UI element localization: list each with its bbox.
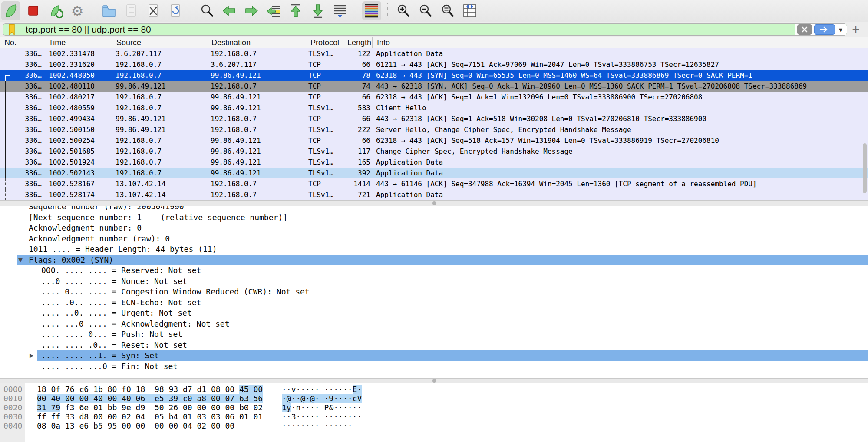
back-arrow-icon xyxy=(221,3,237,19)
detail-field-row[interactable]: Acknowledgment number: 0 xyxy=(0,223,868,234)
hex-offset: 0020 xyxy=(3,403,22,412)
pane-splitter-upper[interactable] xyxy=(0,200,868,206)
cell-time: 1002.502143 xyxy=(49,168,110,178)
zoom-reset-icon xyxy=(440,3,455,19)
cell-source: 192.168.0.7 xyxy=(116,135,205,146)
restart-capture-button[interactable] xyxy=(46,1,65,20)
detail-field-row[interactable]: .... .0.. .... = ECN-Echo: Not set xyxy=(0,297,868,308)
detail-field-row[interactable]: [Next sequence number: 1 (relative seque… xyxy=(0,212,868,223)
clear-filter-button[interactable] xyxy=(797,24,812,35)
go-to-first-button[interactable] xyxy=(286,1,305,20)
find-packet-button[interactable] xyxy=(198,1,217,20)
packet-row[interactable]: 336…1002.49943499.86.49.121192.168.0.7TC… xyxy=(0,113,868,124)
hex-dump-row[interactable]: 001000 40 00 00 40 00 40 06 e5 39 c0 a8 … xyxy=(0,394,868,403)
reload-file-button[interactable] xyxy=(166,1,185,20)
hex-dump-row[interactable]: 004008 0a 13 e6 b5 95 00 00 00 00 04 02 … xyxy=(0,421,868,430)
detail-field-text: .... .... .0.. = Reset: Not set xyxy=(41,340,187,351)
packet-row[interactable]: 336…1002.501924192.168.0.799.86.49.121TL… xyxy=(0,157,868,168)
go-forward-button[interactable] xyxy=(242,1,261,20)
cell-no: 336… xyxy=(0,178,42,189)
packet-row[interactable]: 336…1002.52817413.107.42.14192.168.0.7TL… xyxy=(0,189,868,200)
go-to-packet-button[interactable] xyxy=(264,1,283,20)
triangle-down-icon[interactable]: ▼ xyxy=(18,255,23,266)
display-filter-input[interactable]: tcp.port == 80 || udp.port == 80 xyxy=(20,24,795,35)
hex-dump-row[interactable]: 0030ff ff 33 d8 00 00 02 04 05 b4 01 03 … xyxy=(0,412,868,421)
cell-source: 192.168.0.7 xyxy=(116,102,205,113)
splitter-handle-icon xyxy=(432,201,436,205)
detail-field-text: ...0 .... .... = Nonce: Not set xyxy=(41,276,187,287)
cell-destination: 99.86.49.121 xyxy=(211,157,304,168)
detail-field-row[interactable]: .... 0... .... = Congestion Window Reduc… xyxy=(0,287,868,297)
detail-field-row[interactable]: ▶.... .... ..1. = Syn: Set xyxy=(0,350,868,361)
close-file-button[interactable] xyxy=(144,1,163,20)
detail-field-row[interactable]: ...0 .... .... = Nonce: Not set xyxy=(0,276,868,287)
display-filter-field[interactable]: tcp.port == 80 || udp.port == 80 ▾ xyxy=(3,23,847,36)
scrollbar-thumb[interactable] xyxy=(863,143,867,193)
detail-field-row[interactable]: 000. .... .... = Reserved: Not set xyxy=(0,265,868,276)
detail-field-row[interactable]: .... ...0 .... = Acknowledgment: Not set xyxy=(0,319,868,330)
hex-offset: 0030 xyxy=(3,412,22,421)
packet-row[interactable]: 336…1002.501685192.168.0.799.86.49.121TL… xyxy=(0,146,868,157)
capture-options-button[interactable]: ⚙ xyxy=(68,1,87,20)
column-header-source[interactable]: Source xyxy=(112,37,207,48)
resize-columns-button[interactable] xyxy=(460,1,479,20)
packet-row[interactable]: 336…1002.480217192.168.0.799.86.49.121TC… xyxy=(0,92,868,102)
save-file-button[interactable] xyxy=(122,1,141,20)
stop-capture-button[interactable] xyxy=(23,1,43,20)
cell-time: 1002.480559 xyxy=(49,102,110,113)
packet-row[interactable]: 336…1002.502143192.168.0.799.86.49.121TL… xyxy=(0,168,868,178)
zoom-reset-button[interactable] xyxy=(438,1,457,20)
bookmark-icon[interactable] xyxy=(3,24,20,35)
column-header-info[interactable]: Info xyxy=(373,37,868,48)
filter-dropdown-caret[interactable]: ▾ xyxy=(837,26,844,34)
packet-list-scrollbar[interactable] xyxy=(861,48,868,200)
detail-field-row[interactable]: Sequence number (raw): 2005041990 xyxy=(0,206,868,212)
packet-row[interactable]: 336…1002.448050192.168.0.799.86.49.121TC… xyxy=(0,70,868,81)
packet-row[interactable]: 336…1002.48011099.86.49.121192.168.0.7TC… xyxy=(0,81,868,92)
go-back-button[interactable] xyxy=(220,1,239,20)
column-header-destination[interactable]: Destination xyxy=(207,37,306,48)
bottom-arrow-icon xyxy=(310,3,326,19)
cell-length: 392 xyxy=(341,168,370,178)
packet-row[interactable]: 336…1002.500254192.168.0.799.86.49.121TC… xyxy=(0,135,868,146)
cell-source: 99.86.49.121 xyxy=(116,81,205,92)
detail-field-row[interactable]: .... ..0. .... = Urgent: Not set xyxy=(0,308,868,319)
start-capture-button[interactable] xyxy=(1,1,20,20)
column-header-length[interactable]: Length xyxy=(343,37,373,48)
zoom-out-button[interactable] xyxy=(416,1,435,20)
detail-field-row[interactable]: ▼Flags: 0x002 (SYN) xyxy=(0,255,868,266)
pane-splitter-lower[interactable] xyxy=(0,378,868,383)
packet-row[interactable]: 336…1002.3314783.6.207.117192.168.0.7TLS… xyxy=(0,48,868,59)
detail-field-text: 000. .... .... = Reserved: Not set xyxy=(41,265,201,276)
apply-filter-button[interactable] xyxy=(814,24,835,35)
open-file-button[interactable] xyxy=(99,1,119,20)
triangle-right-icon[interactable]: ▶ xyxy=(30,350,34,361)
column-header-time[interactable]: Time xyxy=(44,37,112,48)
detail-field-row[interactable]: 1011 .... = Header Length: 44 bytes (11) xyxy=(0,244,868,255)
column-header-protocol[interactable]: Protocol xyxy=(306,37,343,48)
detail-field-row[interactable]: .... .... .0.. = Reset: Not set xyxy=(0,340,868,351)
detail-field-row[interactable]: .... .... ...0 = Fin: Not set xyxy=(0,361,868,372)
detail-field-row[interactable]: .... .... 0... = Push: Not set xyxy=(0,329,868,340)
cell-protocol: TCP xyxy=(308,178,342,189)
column-header-no[interactable]: No. xyxy=(0,37,44,48)
detail-field-row[interactable]: Acknowledgment number (raw): 0 xyxy=(0,234,868,244)
auto-scroll-button[interactable] xyxy=(330,1,350,20)
go-to-last-button[interactable] xyxy=(308,1,327,20)
cell-protocol: TLSv1… xyxy=(308,102,342,113)
cell-no: 336… xyxy=(0,168,42,178)
hex-bytes: 18 0f 76 c6 1b 80 f0 18 98 93 d7 d1 08 0… xyxy=(37,385,263,394)
hex-dump-row[interactable]: 002031 79 f3 6e 01 bb 9e d9 50 26 00 00 … xyxy=(0,403,868,412)
packet-row[interactable]: 336…1002.331620192.168.0.73.6.207.117TCP… xyxy=(0,59,868,70)
packet-row[interactable]: 336…1002.50015099.86.49.121192.168.0.7TL… xyxy=(0,124,868,135)
colorize-button[interactable] xyxy=(362,1,381,20)
packet-row[interactable]: 336…1002.480559192.168.0.799.86.49.121TL… xyxy=(0,102,868,113)
packet-row[interactable]: 336…1002.52816713.107.42.14192.168.0.7TC… xyxy=(0,178,868,189)
add-filter-button[interactable]: + xyxy=(847,23,865,36)
cell-info: 443 → 61146 [ACK] Seq=347988 Ack=16394 W… xyxy=(376,178,862,189)
zoom-in-button[interactable] xyxy=(394,1,413,20)
splitter-handle-icon xyxy=(432,379,436,383)
apply-arrow-icon xyxy=(820,26,829,33)
hex-dump-row[interactable]: 000018 0f 76 c6 1b 80 f0 18 98 93 d7 d1 … xyxy=(0,385,868,394)
detail-field-text: .... .... ..1. = Syn: Set xyxy=(41,350,159,361)
